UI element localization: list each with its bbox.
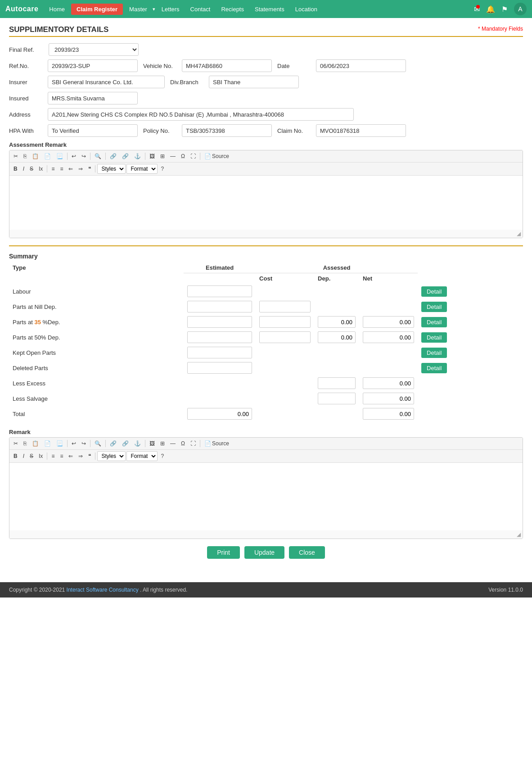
detail-btn-0[interactable]: Detail — [421, 286, 447, 297]
link-btn[interactable]: 🔗 — [108, 152, 119, 161]
estimated-input-0[interactable] — [187, 285, 252, 297]
nav-home[interactable]: Home — [45, 3, 69, 15]
remark-special-char-btn[interactable]: Ω — [179, 439, 187, 448]
anchor-btn[interactable]: ⚓ — [132, 152, 143, 161]
bold-btn[interactable]: B — [11, 164, 20, 173]
remark-redo-btn[interactable]: ↪ — [79, 439, 88, 448]
net-input-6[interactable] — [363, 377, 414, 389]
remark-find-btn[interactable]: 🔍 — [92, 439, 104, 448]
user-avatar[interactable]: A — [514, 3, 527, 15]
cost-input-2[interactable] — [259, 316, 311, 328]
indent-btn[interactable]: ⇒ — [76, 164, 85, 173]
blockquote-btn[interactable]: ❝ — [86, 164, 93, 173]
detail-btn-4[interactable]: Detail — [421, 348, 447, 358]
remark-link-btn[interactable]: 🔗 — [108, 439, 119, 448]
remark-source-btn[interactable]: 📄 Source — [202, 439, 231, 448]
ref-no-input[interactable] — [48, 59, 138, 72]
remark-format-select[interactable]: Format — [126, 451, 158, 461]
special-char-btn[interactable]: Ω — [179, 152, 187, 161]
table-btn[interactable]: ⊞ — [158, 152, 167, 161]
remark-ul-btn[interactable]: ≡ — [58, 452, 65, 461]
nav-statements[interactable]: Statements — [250, 3, 289, 15]
format-select[interactable]: Format — [126, 164, 158, 174]
bell-icon[interactable]: 🔔 — [486, 5, 495, 14]
remark-blockquote-btn[interactable]: ❝ — [86, 452, 93, 461]
remark-paste-text-btn[interactable]: 📄 — [42, 439, 53, 448]
net-input-7[interactable] — [363, 393, 414, 404]
unlink-btn[interactable]: 🔗 — [120, 152, 131, 161]
hpa-input[interactable] — [48, 124, 138, 137]
remark-copy-btn[interactable]: ⎘ — [21, 439, 29, 448]
remark-italic-btn[interactable]: I — [21, 452, 27, 461]
estimated-input-8[interactable] — [187, 408, 252, 420]
remark-ol-btn[interactable]: ≡ — [49, 452, 57, 461]
find-btn[interactable]: 🔍 — [92, 152, 104, 161]
update-button[interactable]: Update — [244, 546, 284, 559]
assessment-editor-body[interactable] — [9, 176, 523, 230]
estimated-input-4[interactable] — [187, 347, 252, 358]
ul-btn[interactable]: ≡ — [58, 164, 65, 173]
remark-help-btn[interactable]: ? — [158, 452, 166, 461]
insured-input[interactable] — [48, 92, 138, 104]
outdent-btn[interactable]: ⇐ — [66, 164, 75, 173]
estimated-input-5[interactable] — [187, 362, 252, 374]
remark-hrule-btn[interactable]: — — [168, 439, 178, 448]
policy-input[interactable] — [182, 124, 272, 137]
dep-input-7[interactable] — [318, 393, 356, 404]
remark-styles-select[interactable]: Styles — [97, 451, 126, 461]
remark-paste-word-btn[interactable]: 📃 — [54, 439, 65, 448]
print-button[interactable]: Print — [207, 546, 240, 559]
nav-letters[interactable]: Letters — [157, 3, 184, 15]
date-input[interactable] — [316, 59, 406, 72]
remark-undo-btn[interactable]: ↩ — [69, 439, 78, 448]
dep-input-3[interactable] — [318, 331, 356, 343]
paste-btn[interactable]: 📋 — [30, 152, 41, 161]
remark-paste-btn[interactable]: 📋 — [30, 439, 41, 448]
italic-btn[interactable]: I — [21, 164, 27, 173]
claim-input[interactable] — [316, 124, 406, 137]
mail-icon-wrapper[interactable]: ✉ — [474, 5, 480, 14]
paste-word-btn[interactable]: 📃 — [54, 152, 65, 161]
remark-outdent-btn[interactable]: ⇐ — [66, 452, 75, 461]
help-btn[interactable]: ? — [158, 164, 166, 173]
div-branch-input[interactable] — [209, 76, 299, 88]
net-input-2[interactable] — [363, 316, 414, 328]
remark-maximize-btn[interactable]: ⛶ — [188, 439, 198, 448]
detail-btn-3[interactable]: Detail — [421, 332, 447, 343]
styles-select[interactable]: Styles — [97, 164, 126, 174]
maximize-btn[interactable]: ⛶ — [188, 152, 198, 161]
estimated-input-3[interactable] — [187, 331, 252, 343]
nav-master[interactable]: Master — [125, 3, 152, 15]
paste-text-btn[interactable]: 📄 — [42, 152, 53, 161]
address-input[interactable] — [48, 108, 354, 121]
remark-unlink-btn[interactable]: 🔗 — [120, 439, 131, 448]
remark-bold-btn[interactable]: B — [11, 452, 20, 461]
detail-btn-1[interactable]: Detail — [421, 302, 447, 312]
detail-btn-5[interactable]: Detail — [421, 363, 447, 373]
cost-input-1[interactable] — [259, 301, 311, 312]
detail-btn-2[interactable]: Detail — [421, 317, 447, 327]
image-btn[interactable]: 🖼 — [147, 152, 157, 161]
remark-remove-format-btn[interactable]: Ix — [36, 452, 45, 461]
remark-editor-body[interactable] — [9, 463, 523, 530]
remark-table-btn[interactable]: ⊞ — [158, 439, 167, 448]
flag-icon[interactable]: ⚑ — [501, 5, 508, 14]
copy-btn[interactable]: ⎘ — [21, 152, 29, 161]
source-btn[interactable]: 📄 Source — [202, 152, 231, 161]
close-button[interactable]: Close — [289, 546, 325, 559]
nav-location[interactable]: Location — [291, 3, 322, 15]
remark-indent-btn[interactable]: ⇒ — [76, 452, 85, 461]
estimated-input-2[interactable] — [187, 316, 252, 328]
cost-input-3[interactable] — [259, 331, 311, 343]
net-input-8[interactable] — [363, 408, 414, 420]
vehicle-no-input[interactable] — [182, 59, 272, 72]
net-input-3[interactable] — [363, 331, 414, 343]
final-ref-select[interactable]: 20939/23 — [49, 43, 139, 56]
remark-image-btn[interactable]: 🖼 — [147, 439, 157, 448]
estimated-input-1[interactable] — [187, 301, 252, 312]
strike-btn[interactable]: S — [27, 164, 36, 173]
remark-cut-btn[interactable]: ✂ — [11, 439, 20, 448]
hrule-btn[interactable]: — — [168, 152, 178, 161]
dep-input-2[interactable] — [318, 316, 356, 328]
redo-btn[interactable]: ↪ — [79, 152, 88, 161]
